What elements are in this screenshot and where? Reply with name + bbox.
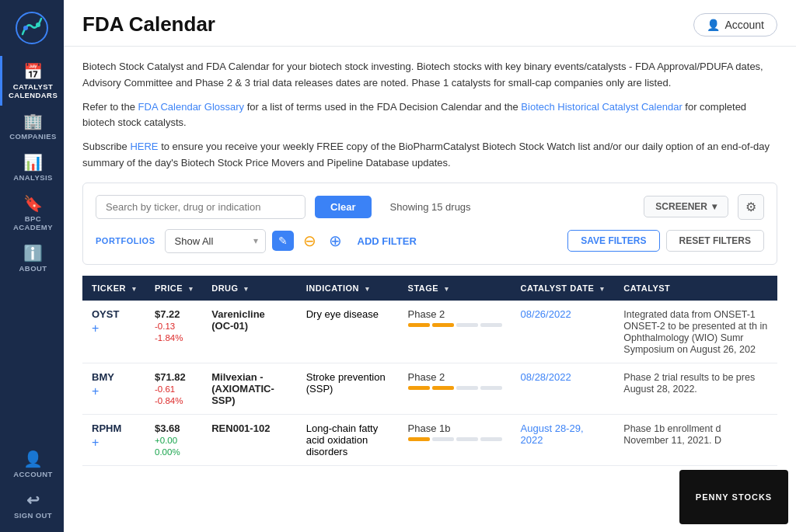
- historical-catalyst-link[interactable]: Biotech Historical Catalyst Calendar: [521, 101, 682, 113]
- indication-value: Stroke prevention (SSP): [306, 371, 386, 395]
- catalyst-date-value: 08/28/2022: [521, 371, 571, 383]
- stage-bar-1: [432, 437, 454, 441]
- subscribe-here-link[interactable]: HERE: [130, 141, 158, 152]
- catalyst-text: Phase 1b enrollment d November 11, 2021.…: [623, 423, 721, 446]
- data-table: TICKER ▾ PRICE ▾ DRUG ▾ INDICATION ▾: [82, 276, 777, 466]
- sidebar-item-sign-out[interactable]: ↩ SIGN OUT: [0, 485, 64, 526]
- description-line3: Subscribe HERE to ensure you receive you…: [82, 139, 777, 172]
- sidebar-item-label: ABOUT: [19, 264, 47, 273]
- stage-bar-2: [456, 323, 478, 327]
- sidebar-item-bpc-academy[interactable]: 🔖 BPC ACADEMY: [0, 188, 64, 238]
- description-line2: Refer to the FDA Calendar Glossary for a…: [82, 99, 777, 132]
- sort-arrow-drug: ▾: [244, 285, 249, 293]
- clear-button[interactable]: Clear: [315, 196, 372, 218]
- sidebar-item-label: ANALYSIS: [13, 173, 52, 182]
- table-row: OYST+$7.22-0.13-1.84%Varenicline (OC-01)…: [82, 301, 777, 363]
- reset-filters-button[interactable]: RESET FILTERS: [666, 230, 764, 252]
- description-line1: Biotech Stock Catalyst and FDA Calendar …: [82, 59, 777, 92]
- stage-bar-2: [456, 386, 478, 390]
- logo: [0, 0, 64, 56]
- sidebar-item-analysis[interactable]: 📊 ANALYSIS: [0, 147, 64, 188]
- price-value: $71.82: [155, 371, 186, 383]
- account-sidebar-icon: 👤: [23, 451, 43, 467]
- search-input[interactable]: [96, 195, 305, 219]
- price-change-pct: -0.84%: [155, 396, 183, 405]
- page-title: FDA Calendar: [82, 12, 215, 37]
- table-body: OYST+$7.22-0.13-1.84%Varenicline (OC-01)…: [82, 301, 777, 466]
- price-change-pct: 0.00%: [155, 447, 180, 457]
- stage-label: Phase 2: [408, 371, 502, 383]
- ticker-value: BMY: [92, 371, 114, 383]
- drug-name: REN001-102: [211, 422, 270, 434]
- stage-label: Phase 1b: [408, 422, 502, 434]
- col-catalyst-date[interactable]: CATALYST DATE ▾: [511, 276, 615, 301]
- minus-filter-button[interactable]: ⊖: [300, 230, 319, 252]
- screener-button[interactable]: SCREENER ▾: [644, 196, 728, 217]
- page-content: Biotech Stock Catalyst and FDA Calendar …: [64, 47, 796, 532]
- table-row: BMY+$71.82-0.61-0.84%Milvexian - (AXIOMA…: [82, 363, 777, 414]
- sort-arrow-price: ▾: [189, 285, 194, 293]
- academy-icon: 🔖: [23, 196, 43, 211]
- sort-arrow-indication: ▾: [365, 285, 370, 293]
- sort-arrow-ticker: ▾: [132, 285, 137, 293]
- edit-portfolio-button[interactable]: ✎: [272, 231, 294, 251]
- sidebar-item-catalyst-calendars[interactable]: 📅 CATALYST CALENDARS: [0, 56, 64, 106]
- ticker-add-button[interactable]: +: [92, 322, 136, 336]
- page-header: FDA Calendar 👤 Account: [64, 0, 796, 47]
- price-change: +0.00: [155, 436, 177, 445]
- stage-bar-2: [456, 437, 478, 441]
- col-price[interactable]: PRICE ▾: [145, 276, 202, 301]
- svg-point-2: [36, 23, 40, 27]
- ticker-add-button[interactable]: +: [92, 384, 136, 398]
- price-change: -0.61: [155, 384, 175, 394]
- fda-glossary-link[interactable]: FDA Calendar Glossary: [138, 101, 245, 113]
- sidebar-item-label: ACCOUNT: [13, 470, 52, 478]
- col-indication[interactable]: INDICATION ▾: [297, 276, 399, 301]
- sidebar-item-about[interactable]: ℹ️ ABOUT: [0, 238, 64, 279]
- price-change: -0.13: [155, 322, 175, 331]
- ticker-value: OYST: [92, 308, 119, 320]
- drug-name: Milvexian - (AXIOMATIC-SSP): [211, 371, 274, 406]
- save-filters-button[interactable]: SAVE FILTERS: [567, 230, 659, 252]
- sidebar-item-label: BPC ACADEMY: [5, 214, 61, 231]
- showing-count: Showing 15 drugs: [390, 201, 471, 213]
- stage-bar-0: [408, 437, 430, 441]
- gear-settings-button[interactable]: ⚙: [738, 194, 764, 220]
- plus-filter-button[interactable]: ⊕: [326, 230, 345, 252]
- portfolio-select[interactable]: Show All Portfolio 1 Portfolio 2: [165, 229, 266, 253]
- ticker-add-button[interactable]: +: [92, 436, 136, 450]
- penny-stocks-ad: PENNY STOCKS: [679, 470, 788, 524]
- col-stage[interactable]: STAGE ▾: [399, 276, 511, 301]
- analysis-icon: 📊: [23, 155, 43, 170]
- catalyst-text: Phase 2 trial results to be pres August …: [623, 372, 755, 395]
- filter-top-row: Clear Showing 15 drugs SCREENER ▾ ⚙: [96, 194, 764, 220]
- catalyst-date-value: August 28-29, 2022: [521, 422, 584, 446]
- table-header-row: TICKER ▾ PRICE ▾ DRUG ▾ INDICATION ▾: [82, 276, 777, 301]
- companies-icon: 🏢: [23, 113, 43, 129]
- svg-point-0: [16, 12, 47, 43]
- account-person-icon: 👤: [707, 19, 720, 31]
- account-button[interactable]: 👤 Account: [693, 13, 777, 37]
- price-change-pct: -1.84%: [155, 333, 183, 342]
- price-value: $7.22: [155, 308, 180, 320]
- drug-name: Varenicline (OC-01): [211, 308, 265, 332]
- stage-bar-1: [432, 386, 454, 390]
- sidebar-item-account[interactable]: 👤 ACCOUNT: [0, 443, 64, 485]
- calendar-icon: 📅: [23, 64, 43, 79]
- col-ticker[interactable]: TICKER ▾: [82, 276, 145, 301]
- catalyst-date-value: 08/26/2022: [521, 308, 571, 320]
- add-filter-button[interactable]: ADD FILTER: [351, 231, 423, 252]
- table-row: RPHM+$3.68+0.000.00%REN001-102Long-chain…: [82, 414, 777, 465]
- catalyst-text: Integrated data from ONSET-1 ONSET-2 to …: [623, 309, 767, 355]
- indication-value: Long-chain fatty acid oxidation disorder…: [306, 422, 379, 457]
- sidebar-item-label: SIGN OUT: [14, 511, 52, 520]
- stage-bar: [408, 386, 502, 390]
- portfolio-select-wrap: Show All Portfolio 1 Portfolio 2 ▾: [165, 229, 266, 253]
- chevron-down-icon: ▾: [712, 201, 717, 212]
- screener-label: SCREENER: [655, 201, 707, 212]
- col-drug[interactable]: DRUG ▾: [202, 276, 297, 301]
- ticker-value: RPHM: [92, 422, 121, 434]
- filter-bottom-row: PORTFOLIOS Show All Portfolio 1 Portfoli…: [96, 229, 764, 253]
- sidebar-item-companies[interactable]: 🏢 COMPANIES: [0, 106, 64, 147]
- add-filter-label: ADD FILTER: [358, 235, 417, 247]
